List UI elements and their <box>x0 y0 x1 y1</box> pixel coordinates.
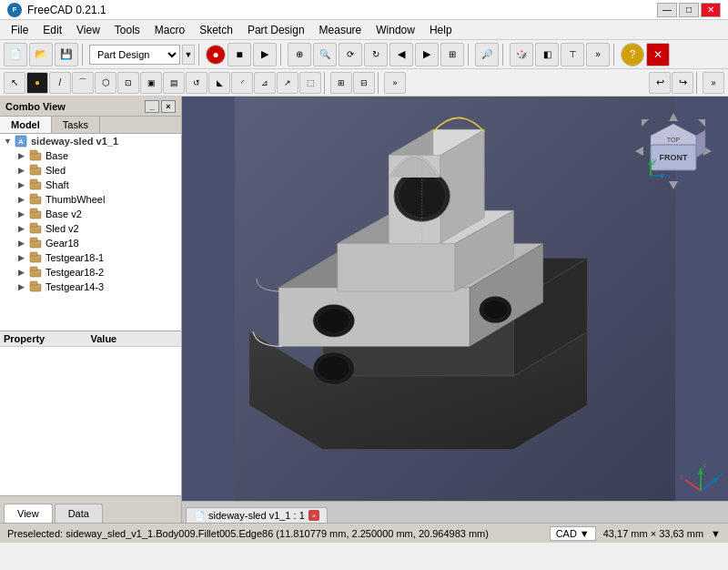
combo-view-header-controls: _ × <box>145 100 176 113</box>
menu-sketch[interactable]: Sketch <box>192 22 240 38</box>
svg-text:y: y <box>652 157 656 165</box>
tb-square[interactable]: ■ <box>228 43 251 66</box>
tb2-redo[interactable]: ↪ <box>672 72 693 94</box>
tb-nav[interactable]: ⊞ <box>440 43 464 66</box>
tb-pan-r[interactable]: ▶ <box>415 43 439 66</box>
close-button[interactable]: ✕ <box>701 3 721 17</box>
tb-stop[interactable]: ● <box>206 45 226 65</box>
tb2-undo[interactable]: ↩ <box>649 72 671 94</box>
combo-view-title: Combo View <box>5 101 66 112</box>
tree-icon-root: A <box>15 135 27 148</box>
tb2-sweep[interactable]: ↗ <box>277 72 298 94</box>
doc-tab[interactable]: 📄 sideway-sled v1_1 : 1 × <box>186 507 328 523</box>
tb2-sketch-line[interactable]: / <box>49 72 71 94</box>
tb-save[interactable]: 💾 <box>55 43 78 66</box>
tree-item-testgear18-1[interactable]: ▶ Testgear18-1 <box>0 250 181 265</box>
tb-view-top[interactable]: ⊤ <box>561 43 584 66</box>
tree-item-testgear18-2[interactable]: ▶ Testgear18-2 <box>0 265 181 280</box>
status-cad-badge[interactable]: CAD ▼ <box>550 526 596 541</box>
tb-arrow[interactable]: ▶ <box>253 43 277 66</box>
status-dim-dropdown[interactable]: ▼ <box>711 528 721 539</box>
tb2-thickness[interactable]: ⬚ <box>299 72 321 94</box>
tab-tasks[interactable]: Tasks <box>52 117 100 133</box>
svg-rect-13 <box>30 223 37 227</box>
status-right: CAD ▼ 43,17 mm × 33,63 mm ▼ <box>550 526 721 541</box>
tb-zoom-out[interactable]: 🔎 <box>475 43 499 66</box>
menu-part-design[interactable]: Part Design <box>240 22 312 38</box>
bottom-tab-data[interactable]: Data <box>55 504 103 523</box>
tb-rotate[interactable]: ⟳ <box>339 43 362 66</box>
tree-item-gear18[interactable]: ▶ Gear18 <box>0 236 181 250</box>
menu-edit[interactable]: Edit <box>35 22 69 38</box>
cad-dropdown-arrow[interactable]: ▼ <box>580 528 590 539</box>
tb2-circle[interactable]: ● <box>26 72 48 94</box>
menu-macro[interactable]: Macro <box>147 22 192 38</box>
menu-window[interactable]: Window <box>369 22 422 38</box>
tb2-pocket[interactable]: ▤ <box>163 72 185 94</box>
svg-text:x: x <box>667 172 671 180</box>
doc-tab-close-btn[interactable]: × <box>308 510 319 521</box>
tb2-fillet[interactable]: ◜ <box>231 72 253 94</box>
tb-zoom-in[interactable]: 🔍 <box>313 43 337 66</box>
menu-help[interactable]: Help <box>422 22 460 38</box>
svg-point-42 <box>318 308 350 332</box>
tb-open[interactable]: 📂 <box>29 43 53 66</box>
tb-view-front[interactable]: ◧ <box>535 43 559 66</box>
maximize-button[interactable]: □ <box>679 3 699 17</box>
tb2-poly[interactable]: ⬡ <box>95 72 116 94</box>
tree-item-base[interactable]: ▶ Base <box>0 148 181 163</box>
tree-item-sled-v2[interactable]: ▶ Sled v2 <box>0 221 181 236</box>
minimize-button[interactable]: — <box>657 3 677 17</box>
tree-item-base-v2[interactable]: ▶ Base v2 <box>0 207 181 221</box>
cad-label: CAD <box>556 528 577 539</box>
svg-line-71 <box>685 480 701 491</box>
workbench-dropdown-btn[interactable]: ▼ <box>182 45 195 65</box>
tb2-rev[interactable]: ↺ <box>186 72 207 94</box>
tb-rotate2[interactable]: ↻ <box>364 43 388 66</box>
menu-file[interactable]: File <box>4 22 35 38</box>
tb2-pad[interactable]: ▣ <box>140 72 162 94</box>
menu-view[interactable]: View <box>69 22 107 38</box>
menu-measure[interactable]: Measure <box>312 22 369 38</box>
svg-point-44 <box>318 356 350 381</box>
tb-new[interactable]: 📄 <box>4 43 27 66</box>
tb2-constrain[interactable]: ⊡ <box>117 72 139 94</box>
tb-close[interactable]: ✕ <box>646 43 670 66</box>
tree-item-thumbwheel[interactable]: ▶ ThumbWheel <box>0 192 181 207</box>
tab-model[interactable]: Model <box>0 117 52 133</box>
tb-view3d[interactable]: 🎲 <box>510 43 533 66</box>
combo-view-min-btn[interactable]: _ <box>145 100 159 113</box>
nav-cube[interactable]: FRONT TOP x y <box>632 110 714 192</box>
combo-view-close-btn[interactable]: × <box>161 100 176 113</box>
tb-sep-2 <box>198 44 202 66</box>
property-header: Property Value <box>0 331 181 347</box>
tb2-part1[interactable]: ⊞ <box>330 72 352 94</box>
main-area: Combo View _ × Model Tasks ▼ A sideway-s… <box>0 97 728 523</box>
tree-label-base: Base <box>46 150 68 161</box>
status-preselected-text: Preselected: sideway_sled_v1_1.Body009.F… <box>7 528 550 539</box>
prop-col-property: Property <box>4 333 91 344</box>
tb2-loft[interactable]: ⊿ <box>254 72 276 94</box>
tree-item-root[interactable]: ▼ A sideway-sled v1_1 <box>0 134 181 148</box>
tb2-arc[interactable]: ⌒ <box>72 72 94 94</box>
svg-text:TOP: TOP <box>667 137 681 143</box>
tree-item-sled[interactable]: ▶ Sled <box>0 163 181 178</box>
tree-label-sled: Sled <box>46 165 66 176</box>
tb-pan-l[interactable]: ◀ <box>389 43 413 66</box>
tree-arrow-thumbwheel: ▶ <box>18 195 29 204</box>
viewport[interactable]: FRONT TOP x y x y <box>182 97 728 523</box>
tb2-more[interactable]: » <box>384 72 406 94</box>
tb-zoom-fit[interactable]: ⊕ <box>288 43 311 66</box>
tb2-select[interactable]: ↖ <box>4 72 25 94</box>
menu-tools[interactable]: Tools <box>107 22 147 38</box>
svg-rect-5 <box>30 165 37 168</box>
tb2-part2[interactable]: ⊟ <box>353 72 375 94</box>
tb2-more2[interactable]: » <box>703 72 724 94</box>
tree-item-testgear14-3[interactable]: ▶ Testgear14-3 <box>0 280 181 294</box>
workbench-selector[interactable]: Part Design <box>89 45 180 65</box>
tree-item-shaft[interactable]: ▶ Shaft <box>0 178 181 192</box>
tb-help[interactable]: ? <box>621 43 644 66</box>
tb2-chamfer[interactable]: ◣ <box>208 72 230 94</box>
bottom-tab-view[interactable]: View <box>4 504 53 523</box>
tb-more[interactable]: » <box>586 43 610 66</box>
